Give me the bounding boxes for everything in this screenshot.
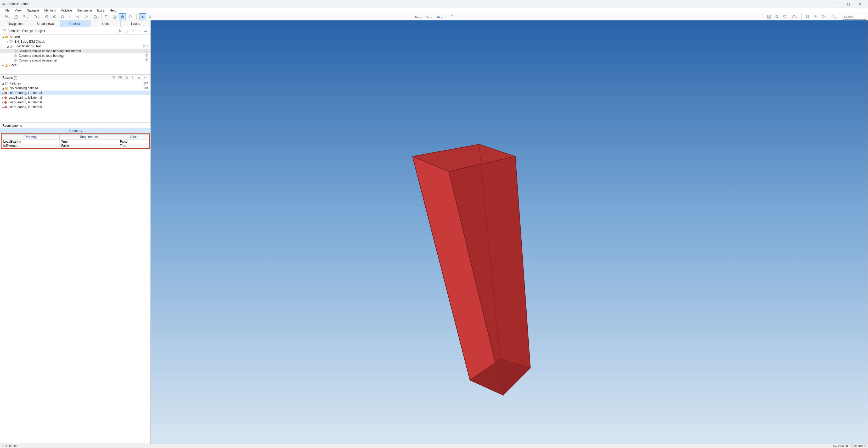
sun-outline-icon[interactable] bbox=[67, 13, 74, 20]
refresh-icon[interactable] bbox=[31, 13, 40, 20]
magnify-area-icon[interactable] bbox=[781, 13, 788, 20]
tree-node-local[interactable]: ▸ Local bbox=[0, 63, 150, 67]
menu-extra[interactable]: Extra bbox=[95, 8, 106, 13]
section-box-icon[interactable] bbox=[789, 13, 799, 20]
svg-marker-79 bbox=[412, 145, 515, 172]
tree-node-spec-child-1[interactable]: Columns should be load bearing (4) bbox=[0, 53, 150, 58]
svg-rect-43 bbox=[768, 15, 771, 18]
tag-icon[interactable] bbox=[828, 13, 837, 20]
tab-issues[interactable]: Issues bbox=[121, 21, 150, 27]
save-icon[interactable] bbox=[12, 13, 19, 20]
results-item-3[interactable]: ▸ LoadBearing, IsExternal bbox=[0, 105, 150, 109]
tag-remove-icon[interactable] bbox=[820, 13, 827, 20]
expander-icon[interactable]: ▸ bbox=[1, 92, 4, 94]
3d-viewport[interactable] bbox=[151, 21, 868, 444]
box-inner-icon[interactable] bbox=[111, 13, 118, 20]
expander-icon[interactable]: ◢ bbox=[1, 36, 4, 38]
menu-navigate[interactable]: Navigate bbox=[25, 8, 41, 13]
zoom-fit-icon[interactable] bbox=[43, 13, 50, 20]
menu-sectioning[interactable]: Sectioning bbox=[75, 8, 94, 13]
fit-screen-icon[interactable] bbox=[766, 13, 773, 20]
col-value[interactable]: Value bbox=[118, 135, 149, 140]
fail-dot-icon bbox=[4, 106, 7, 108]
target-icon bbox=[13, 49, 18, 53]
magnify-icon[interactable] bbox=[774, 13, 780, 20]
expander-icon[interactable]: ◢ bbox=[6, 45, 9, 48]
summary-tab[interactable]: Summary bbox=[0, 128, 150, 133]
expander-icon[interactable]: ◢ bbox=[1, 87, 4, 90]
camera-icon[interactable] bbox=[123, 74, 129, 81]
copy-icon[interactable] bbox=[91, 13, 100, 20]
chain-icon[interactable] bbox=[129, 74, 136, 81]
panel-tabs: Navigation Smart views Conflicts Lists I… bbox=[0, 21, 150, 27]
cube-wire-icon[interactable] bbox=[127, 13, 134, 20]
lines-icon[interactable] bbox=[434, 13, 443, 20]
cube-solid-icon[interactable] bbox=[119, 13, 126, 20]
table-row[interactable]: LoadBearing True False bbox=[2, 140, 149, 144]
menu-myview[interactable]: My view bbox=[42, 8, 58, 13]
menu-view[interactable]: View bbox=[12, 8, 24, 13]
play-icon[interactable] bbox=[118, 28, 124, 34]
svg-line-5 bbox=[859, 3, 862, 5]
results-item-2[interactable]: ▸ LoadBearing, IsExternal bbox=[0, 100, 150, 105]
measure-icon[interactable] bbox=[413, 13, 422, 20]
table-row[interactable]: IsExternal False True bbox=[2, 144, 149, 148]
edit-icon[interactable] bbox=[124, 28, 130, 34]
tree-node-idm[interactable]: ▸ EN_Basic IDM Check bbox=[0, 39, 150, 44]
zoom-in-icon[interactable] bbox=[51, 13, 58, 20]
undo-icon[interactable] bbox=[83, 13, 90, 20]
orbit-icon[interactable] bbox=[139, 13, 146, 20]
sun-icon[interactable] bbox=[75, 13, 82, 20]
add-icon[interactable] bbox=[130, 28, 136, 34]
tab-smart-views[interactable]: Smart views bbox=[30, 21, 60, 27]
box-dashed-icon[interactable] bbox=[103, 13, 110, 20]
conflicts-tree: ◢ Shared ▸ EN_Basic IDM Check ◢ Specific… bbox=[0, 34, 150, 67]
walk-icon[interactable] bbox=[147, 13, 154, 20]
results-item-1[interactable]: ▸ LoadBearing, IsExternal bbox=[0, 95, 150, 100]
expander-icon[interactable]: ▸ bbox=[1, 106, 4, 109]
col-requirement[interactable]: Requirement bbox=[60, 135, 118, 140]
expander-icon[interactable]: ▸ bbox=[1, 64, 4, 67]
menu-icon[interactable] bbox=[143, 28, 149, 34]
close-x-icon[interactable] bbox=[136, 74, 142, 81]
tab-conflicts[interactable]: Conflicts bbox=[60, 21, 91, 27]
tree-node-spec-child-2[interactable]: Columns should be internal (4) bbox=[0, 58, 150, 63]
col-property[interactable]: Property bbox=[2, 135, 60, 140]
menu-file[interactable]: File bbox=[2, 8, 11, 13]
bookmark-icon[interactable] bbox=[804, 13, 811, 20]
tree-node-spec[interactable]: ◢ Specifications_Test (16) bbox=[0, 44, 150, 49]
search-input[interactable] bbox=[843, 14, 866, 20]
minimize-button[interactable] bbox=[831, 0, 843, 8]
tree-node-shared[interactable]: ◢ Shared bbox=[0, 34, 150, 39]
close-button[interactable] bbox=[855, 0, 866, 8]
svg-point-12 bbox=[45, 16, 48, 18]
tab-navigation[interactable]: Navigation bbox=[0, 21, 30, 27]
zoom-out-icon[interactable] bbox=[59, 13, 66, 20]
undo-mini-icon[interactable] bbox=[142, 74, 148, 81]
maximize-button[interactable] bbox=[843, 0, 855, 8]
stack-icon bbox=[4, 81, 9, 86]
filter-icon[interactable] bbox=[111, 74, 117, 81]
ellipse-icon[interactable] bbox=[423, 13, 433, 20]
expander-icon[interactable]: ▸ bbox=[1, 96, 4, 99]
remove-icon[interactable] bbox=[136, 28, 143, 34]
frame-icon[interactable] bbox=[117, 74, 123, 81]
tab-lists[interactable]: Lists bbox=[91, 21, 121, 27]
menu-validate[interactable]: Validate bbox=[59, 8, 74, 13]
expander-icon[interactable]: ◢ bbox=[1, 82, 4, 85]
expander-icon[interactable]: ▸ bbox=[6, 40, 9, 43]
results-item-0[interactable]: ▸ LoadBearing, IsExternal bbox=[0, 91, 150, 95]
open-icon[interactable] bbox=[2, 13, 11, 20]
svg-rect-26 bbox=[94, 16, 96, 18]
results-node-failures[interactable]: ◢ Failures 0/4 bbox=[0, 81, 150, 86]
svg-point-46 bbox=[783, 16, 785, 17]
license-label: Full license bbox=[2, 444, 18, 448]
tag-add-icon[interactable] bbox=[812, 13, 819, 20]
link-icon[interactable] bbox=[20, 13, 30, 20]
tree-node-spec-child-0[interactable]: Columns should be load bearing and inter… bbox=[0, 49, 150, 53]
results-node-nogroup[interactable]: ◢ No grouping defined 0/4 bbox=[0, 86, 150, 91]
expander-icon[interactable]: ▸ bbox=[1, 101, 4, 104]
menu-help[interactable]: Help bbox=[107, 8, 118, 13]
cylinder-icon[interactable] bbox=[448, 13, 456, 20]
project-name: BIMcollab Example Project bbox=[8, 29, 45, 33]
